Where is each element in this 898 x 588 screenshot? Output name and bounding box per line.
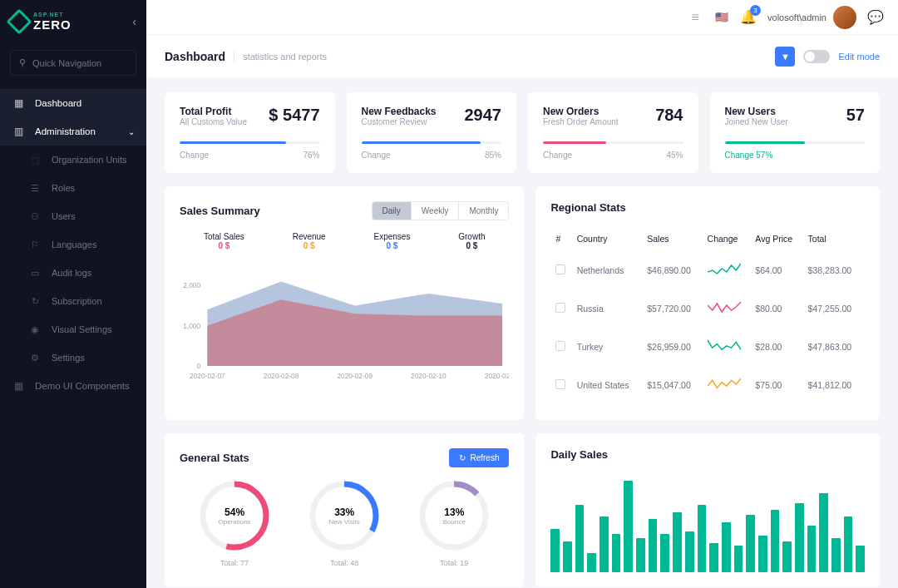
grid-icon: ▦	[12, 379, 25, 393]
lang-icon: ⚐	[28, 238, 42, 251]
notifications-button[interactable]: 🔔3	[741, 10, 756, 25]
row-checkbox[interactable]	[555, 379, 565, 389]
svg-text:1,000: 1,000	[183, 322, 200, 330]
bar	[819, 493, 828, 572]
sidebar-item-subscription[interactable]: ↻Subscription	[0, 287, 146, 315]
card-title: Regional Stats	[550, 201, 625, 214]
row-checkbox[interactable]	[555, 341, 565, 351]
bar	[844, 516, 853, 572]
sidebar-item-roles[interactable]: ☰Roles	[0, 174, 146, 202]
bar	[722, 522, 731, 572]
tab-daily[interactable]: Daily	[373, 202, 411, 220]
daily-sales-card: Daily Sales	[535, 433, 880, 587]
sidebar-collapse-button[interactable]: ‹	[132, 15, 136, 28]
kpi-card: New FeedbacksCustomer Review 2947 Change…	[347, 92, 517, 173]
filter-button[interactable]: ▼	[775, 47, 795, 67]
visual-icon: ◉	[28, 323, 42, 336]
roles-icon: ☰	[28, 181, 42, 195]
svg-text:2020-02-09: 2020-02-09	[337, 372, 373, 380]
bar	[758, 536, 767, 572]
bar	[782, 541, 792, 572]
page-title: Dashboard	[165, 50, 225, 63]
card-title: Sales Summary	[180, 205, 260, 217]
general-stats-card: General Stats ↻Refresh 54%Operations Tot…	[165, 433, 524, 587]
bar	[856, 546, 865, 572]
svg-text:2,000: 2,000	[183, 281, 200, 289]
bar	[685, 531, 694, 572]
donut-stat: 13%Bounce Total: 19	[417, 479, 491, 567]
row-checkbox[interactable]	[555, 264, 565, 274]
bar	[550, 529, 560, 572]
bar	[563, 541, 572, 572]
toggle-bars-icon[interactable]: ≡	[688, 10, 703, 25]
regional-stats-card: Regional Stats # Country Sales Change Av…	[535, 186, 880, 420]
kpi-card: New OrdersFresh Order Amount 784 Change4…	[528, 92, 698, 173]
org-icon: ⬚	[28, 153, 42, 166]
bar	[612, 534, 621, 572]
bar	[587, 553, 596, 572]
bar	[649, 519, 658, 572]
donut-stat: 33%New Visits Total: 48	[308, 479, 381, 567]
logo-tagline: ASP.NET	[33, 12, 72, 17]
tab-monthly[interactable]: Monthly	[458, 202, 508, 220]
bar	[771, 510, 780, 572]
sidebar-item-demo-ui[interactable]: ▦ Demo UI Components	[0, 372, 146, 400]
search-icon: ⚲	[19, 57, 26, 68]
admin-icon: ▥	[12, 125, 25, 138]
sidebar-item-visual-settings[interactable]: ◉Visual Settings	[0, 315, 146, 343]
chat-icon[interactable]: 💬	[868, 10, 883, 25]
bar	[673, 512, 682, 572]
table-row: Turkey$26,959.00 $28.00$47,863.00	[552, 329, 863, 365]
avatar	[833, 6, 856, 29]
sidebar-item-users[interactable]: ⚇Users	[0, 202, 146, 230]
sidebar-item-dashboard[interactable]: ▦ Dashboard	[0, 89, 146, 117]
gear-icon: ⚙	[28, 351, 42, 364]
user-menu[interactable]: volosoft\admin	[767, 6, 856, 29]
svg-text:2020-02-11: 2020-02-11	[485, 372, 510, 380]
edit-mode-toggle[interactable]	[803, 50, 830, 63]
kpi-card: Total ProfitAll Customs Value $ 5477 Cha…	[165, 92, 335, 173]
card-title: General Stats	[180, 452, 249, 464]
sales-summary-card: Sales Summary Daily Weekly Monthly Total…	[165, 186, 524, 420]
sidebar-item-auditlogs[interactable]: ▭Audit logs	[0, 259, 146, 287]
page-subtitle: statistics and reports	[234, 52, 327, 62]
chevron-down-icon: ⌄	[128, 127, 135, 136]
refresh-icon: ↻	[459, 453, 466, 462]
sidebar-item-org-units[interactable]: ⬚Organization Units	[0, 146, 146, 174]
table-row: United States$15,047.00 $75.00$41,812.00	[552, 367, 863, 403]
edit-mode-label: Edit mode	[838, 52, 880, 62]
table-row: Netherlands$46,890.00 $64.00$38,283.00	[552, 252, 863, 289]
bar	[709, 543, 718, 572]
audit-icon: ▭	[28, 266, 42, 279]
sidebar-item-settings[interactable]: ⚙Settings	[0, 343, 146, 372]
kpi-card: New UsersJoined New User 57 Change 57%	[710, 92, 881, 173]
dashboard-icon: ▦	[12, 96, 25, 110]
notif-badge: 3	[750, 5, 761, 16]
bar	[660, 534, 669, 572]
bar	[807, 526, 817, 572]
tab-weekly[interactable]: Weekly	[411, 202, 459, 220]
sidebar-item-languages[interactable]: ⚐Languages	[0, 230, 146, 259]
bar	[636, 538, 645, 572]
bar	[599, 516, 609, 572]
language-flag-icon[interactable]: 🇺🇸	[714, 10, 729, 25]
bar	[698, 505, 707, 572]
users-icon: ⚇	[28, 210, 42, 223]
svg-text:2020-02-10: 2020-02-10	[411, 372, 447, 380]
logo[interactable]: ASP.NET ZERO	[10, 12, 72, 32]
refresh-button[interactable]: ↻Refresh	[449, 448, 509, 467]
quick-navigation-input[interactable]: ⚲ Quick Navigation	[10, 50, 136, 76]
svg-text:2020-02-07: 2020-02-07	[190, 372, 225, 380]
donut-stat: 54%Operations Total: 77	[198, 479, 271, 567]
bar	[831, 538, 841, 572]
logo-icon	[6, 8, 32, 34]
svg-text:0: 0	[196, 362, 200, 370]
card-title: Daily Sales	[550, 448, 608, 461]
bar	[795, 503, 804, 572]
row-checkbox[interactable]	[555, 303, 565, 313]
svg-text:2020-02-08: 2020-02-08	[264, 372, 299, 380]
sidebar-item-administration[interactable]: ▥ Administration ⌄	[0, 117, 146, 146]
bar	[624, 481, 633, 572]
table-row: Russia$57,720.00 $80.00$47,255.00	[552, 290, 863, 327]
sub-icon: ↻	[28, 294, 42, 308]
